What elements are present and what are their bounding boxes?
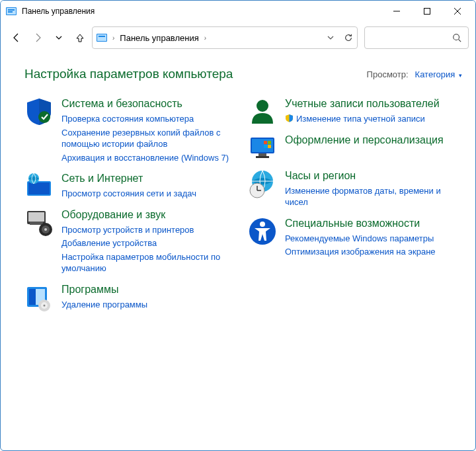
category-link-label: Архивация и восстановление (Windows 7) <box>61 152 229 164</box>
category-link[interactable]: Удаление программы <box>61 299 239 311</box>
heading-row: Настройка параметров компьютера Просмотр… <box>24 67 462 81</box>
category-title[interactable]: Специальные возможности <box>285 217 462 230</box>
view-label: Просмотр: <box>367 69 409 79</box>
programs-icon <box>24 283 54 312</box>
category-link[interactable]: Сохранение резервных копий файлов с помо… <box>61 127 239 150</box>
address-bar[interactable]: › Панель управления › <box>92 26 358 49</box>
category-link-label: Добавление устройства <box>61 237 157 249</box>
category-link[interactable]: Оптимизация изображения на экране <box>285 246 462 258</box>
category-link[interactable]: Рекомендуемые Windows параметры <box>285 233 462 245</box>
user-icon <box>248 97 277 126</box>
app-icon <box>6 6 17 17</box>
category-link[interactable]: Изменение типа учетной записи <box>285 113 462 125</box>
content-area: Настройка параметров компьютера Просмотр… <box>1 54 475 325</box>
category-item: Часы и регионИзменение форматов даты, вр… <box>248 169 462 210</box>
category-link-label: Проверка состояния компьютера <box>61 113 194 125</box>
view-dropdown[interactable]: Категория ▾ <box>415 69 462 79</box>
address-dropdown-icon[interactable] <box>327 34 335 42</box>
hardware-icon <box>24 208 54 237</box>
category-title[interactable]: Система и безопасность <box>61 97 239 110</box>
category-link-label: Оптимизация изображения на экране <box>285 246 436 258</box>
category-title[interactable]: Оформление и персонализация <box>285 134 462 147</box>
category-link[interactable]: Просмотр состояния сети и задач <box>61 188 239 200</box>
category-link-label: Настройка параметров мобильности по умол… <box>61 251 239 274</box>
access-icon <box>248 217 277 246</box>
category-item: Оформление и персонализация <box>248 134 462 163</box>
category-title[interactable]: Оборудование и звук <box>61 208 239 222</box>
minimize-button[interactable] <box>381 1 412 21</box>
svg-rect-3 <box>8 11 13 13</box>
category-link-label: Удаление программы <box>61 299 147 311</box>
category-item: Сеть и ИнтернетПросмотр состояния сети и… <box>24 172 239 202</box>
maximize-button[interactable] <box>412 1 442 21</box>
category-link[interactable]: Проверка состояния компьютера <box>61 113 239 125</box>
svg-rect-9 <box>97 34 106 41</box>
network-icon <box>24 172 54 201</box>
breadcrumb-text[interactable]: Панель управления <box>120 33 198 43</box>
category-link[interactable]: Настройка параметров мобильности по умол… <box>61 251 239 274</box>
svg-line-12 <box>459 40 461 42</box>
back-button[interactable] <box>7 28 26 47</box>
category-item: Оборудование и звукПросмотр устройств и … <box>24 208 239 276</box>
chevron-down-icon: ▾ <box>459 72 462 79</box>
category-item: ПрограммыУдаление программы <box>24 283 239 313</box>
window-controls <box>381 1 473 21</box>
nav-row: › Панель управления › <box>1 22 475 54</box>
close-button[interactable] <box>442 1 473 21</box>
category-link-label: Изменение типа учетной записи <box>296 113 425 125</box>
titlebar: Панель управления <box>1 1 475 22</box>
recent-dropdown[interactable] <box>50 28 68 47</box>
category-title[interactable]: Программы <box>61 283 239 296</box>
svg-point-11 <box>454 34 459 40</box>
forward-button[interactable] <box>28 28 47 47</box>
search-icon <box>452 33 461 42</box>
shield-icon <box>24 97 54 126</box>
window-title: Панель управления <box>22 7 381 16</box>
category-item: Специальные возможностиРекомендуемые Win… <box>248 217 462 260</box>
category-link[interactable]: Изменение форматов даты, времени и чисел <box>285 185 462 208</box>
refresh-button[interactable] <box>344 33 353 42</box>
appearance-icon <box>248 134 277 163</box>
category-link-label: Сохранение резервных копий файлов с помо… <box>61 127 239 150</box>
up-button[interactable] <box>71 28 89 47</box>
category-item: Учетные записи пользователейИзменение ти… <box>248 97 462 127</box>
uac-shield-icon <box>285 114 294 122</box>
category-link[interactable]: Добавление устройства <box>61 237 239 249</box>
page-title: Настройка параметров компьютера <box>24 67 367 81</box>
breadcrumb-sep-icon[interactable]: › <box>112 34 114 42</box>
category-title[interactable]: Сеть и Интернет <box>61 172 239 185</box>
category-link-label: Рекомендуемые Windows параметры <box>285 233 434 245</box>
svg-rect-5 <box>424 9 430 15</box>
clock-icon <box>248 169 277 198</box>
category-link[interactable]: Архивация и восстановление (Windows 7) <box>61 152 239 164</box>
category-item: Система и безопасностьПроверка состояния… <box>24 97 239 165</box>
category-link[interactable]: Просмотр устройств и принтеров <box>61 224 239 236</box>
svg-rect-2 <box>8 9 15 11</box>
control-panel-icon <box>97 32 107 43</box>
svg-rect-10 <box>99 36 105 37</box>
category-link-label: Просмотр состояния сети и задач <box>61 188 196 200</box>
category-link-label: Просмотр устройств и принтеров <box>61 224 194 236</box>
category-link-label: Изменение форматов даты, времени и чисел <box>285 185 462 208</box>
category-title[interactable]: Учетные записи пользователей <box>285 97 462 110</box>
categories-grid: Система и безопасностьПроверка состояния… <box>24 97 462 319</box>
category-title[interactable]: Часы и регион <box>285 169 462 183</box>
breadcrumb-sep-icon[interactable]: › <box>204 34 206 42</box>
search-box[interactable] <box>364 26 469 49</box>
